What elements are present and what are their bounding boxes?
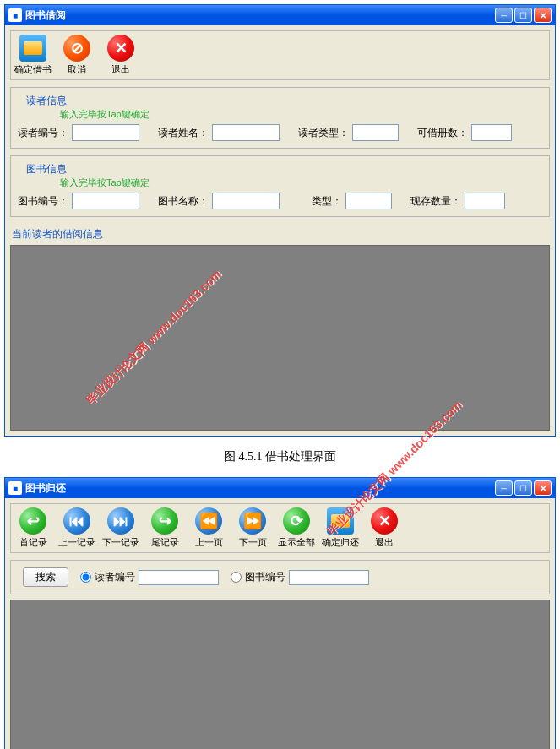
app-icon: ■ (8, 481, 22, 495)
book-name-input[interactable] (212, 193, 280, 209)
reader-type-input[interactable] (352, 124, 399, 141)
book-id-radio-label[interactable]: 图书编号 (245, 570, 285, 584)
reader-id-label: 读者编号： (18, 126, 68, 140)
book-id-search-input[interactable] (289, 570, 369, 585)
prev-page-button[interactable]: ⏪ 上一页 (190, 507, 227, 549)
book-legend: 图书信息 (23, 162, 70, 176)
nextpage-icon: ⏩ (239, 507, 266, 535)
minimize-button[interactable]: ─ (495, 480, 513, 496)
book-name-label: 图书名称： (158, 194, 209, 209)
last-label: 尾记录 (151, 536, 179, 549)
nextpage-label: 下一页 (239, 536, 267, 549)
reader-type-label: 读者类型： (298, 126, 349, 140)
refresh-icon: ⟳ (283, 507, 310, 535)
book-id-label: 图书编号： (18, 194, 68, 209)
exit-button[interactable]: ✕ 退出 (102, 35, 139, 76)
exit-label: 退出 (111, 63, 130, 76)
confirm-return-button[interactable]: 确定归还 (322, 507, 359, 549)
reader-id-radio[interactable] (80, 572, 91, 583)
book-type-input[interactable] (345, 193, 392, 209)
window-title: 图书借阅 (25, 8, 495, 23)
prev-icon: ⏮ (63, 507, 90, 535)
next-record-button[interactable]: ⏭ 下一记录 (102, 507, 139, 549)
book-stock-label: 现存数量： (410, 194, 461, 209)
first-label: 首记录 (19, 536, 47, 549)
book-id-input[interactable] (72, 193, 139, 209)
first-record-button[interactable]: ↩ 首记录 (14, 507, 52, 549)
grid-header: 当前读者的借阅信息 (10, 224, 550, 245)
exit-button[interactable]: ✕ 退出 (366, 507, 403, 549)
minimize-button[interactable]: ─ (495, 8, 513, 23)
book-type-label: 类型： (312, 194, 342, 209)
book-id-radio[interactable] (231, 572, 242, 583)
confirm-label: 确定归还 (322, 536, 359, 549)
return-grid[interactable] (10, 600, 550, 749)
exit-icon: ✕ (371, 507, 398, 535)
next-page-button[interactable]: ⏩ 下一页 (234, 507, 271, 549)
last-record-button[interactable]: ↪ 尾记录 (146, 507, 183, 549)
book-hint: 输入完毕按Tap键确定 (60, 176, 542, 189)
showall-label: 显示全部 (278, 536, 315, 549)
first-icon: ↩ (19, 507, 46, 535)
caption-1: 图 4.5.1 借书处理界面 (0, 441, 560, 473)
folder-icon (19, 35, 46, 62)
reader-id-input[interactable] (72, 124, 139, 141)
reader-id-radio-label[interactable]: 读者编号 (95, 570, 135, 584)
book-stock-input[interactable] (465, 193, 505, 209)
close-button[interactable]: ✕ (534, 480, 552, 496)
app-icon: ■ (8, 8, 22, 22)
reader-id-search-input[interactable] (139, 570, 219, 585)
prevpage-icon: ⏪ (195, 507, 222, 535)
confirm-label: 确定借书 (14, 63, 52, 76)
watermark: 毕业设计论文网 www.doc163.com (84, 267, 225, 408)
show-all-button[interactable]: ⟳ 显示全部 (278, 507, 315, 549)
prev-label: 上一记录 (58, 536, 95, 549)
cancel-button[interactable]: ⊘ 取消 (58, 35, 95, 76)
reader-quota-input[interactable] (471, 124, 512, 141)
borrow-grid[interactable]: 毕业设计论文网 www.doc163.com (10, 245, 550, 431)
last-icon: ↪ (151, 507, 178, 535)
cancel-label: 取消 (68, 63, 86, 76)
confirm-borrow-button[interactable]: 确定借书 (14, 35, 52, 76)
exit-icon: ✕ (107, 35, 134, 62)
prev-record-button[interactable]: ⏮ 上一记录 (58, 507, 95, 549)
maximize-button[interactable]: ☐ (514, 8, 532, 23)
prevpage-label: 上一页 (195, 536, 223, 549)
cancel-icon: ⊘ (63, 35, 90, 62)
folder-icon (327, 507, 354, 535)
reader-name-label: 读者姓名： (158, 126, 209, 140)
reader-legend: 读者信息 (23, 94, 70, 108)
reader-hint: 输入完毕按Tap键确定 (60, 108, 542, 121)
reader-name-input[interactable] (212, 124, 280, 141)
search-button[interactable]: 搜索 (23, 567, 68, 587)
exit-label: 退出 (375, 536, 394, 549)
reader-quota-label: 可借册数： (417, 126, 468, 140)
next-label: 下一记录 (102, 536, 139, 549)
window-title: 图书归还 (25, 481, 495, 496)
close-button[interactable]: ✕ (534, 8, 552, 23)
maximize-button[interactable]: ☐ (514, 480, 532, 496)
next-icon: ⏭ (107, 507, 134, 535)
